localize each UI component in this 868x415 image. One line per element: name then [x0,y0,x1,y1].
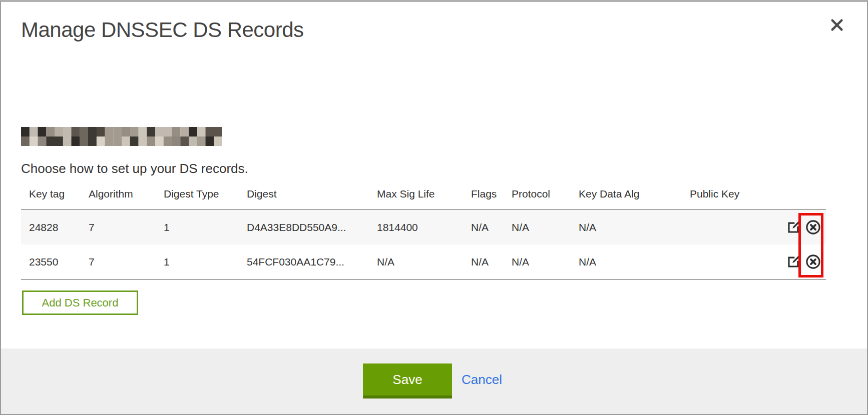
table-header-row: Key tagAlgorithmDigest TypeDigestMax Sig… [21,180,826,210]
cell-digest: 54FCF030AA1C79... [247,244,377,280]
cell-public-key [690,210,767,244]
column-header-digest: Digest [247,180,377,210]
column-header-key-tag: Key tag [21,180,89,210]
cell-public-key [690,244,767,280]
table-row: 235507154FCF030AA1C79...N/AN/AN/AN/A [21,244,826,280]
dialog-footer: Save Cancel [1,348,867,414]
cell-protocol: N/A [512,244,579,280]
domain-name-redacted [21,127,222,146]
table-row: 2482871D4A33E8DD550A9...1814400N/AN/AN/A [21,210,826,244]
edit-icon [786,220,801,235]
delete-icon [805,254,821,270]
cell-digest: D4A33E8DD550A9... [247,210,377,244]
add-ds-record-button[interactable]: Add DS Record [22,290,138,315]
cell-protocol: N/A [512,210,579,244]
cell-max-sig-life: N/A [377,244,471,280]
redaction-pixelation [21,127,222,146]
cell-key-data-alg: N/A [579,244,690,280]
column-header-public-key: Public Key [690,180,767,210]
column-header-actions [767,180,826,210]
edit-icon [786,254,801,270]
delete-icon [805,220,821,235]
instruction-text: Choose how to set up your DS records. [21,161,248,176]
row-actions [767,210,826,244]
cell-key-tag: 23550 [21,244,89,280]
cancel-link[interactable]: Cancel [462,372,502,388]
cell-digest-type: 1 [164,244,247,280]
column-header-digest-type: Digest Type [164,180,247,210]
row-actions [767,244,826,280]
dialog-title: Manage DNSSEC DS Records [21,18,304,42]
column-header-key-data-alg: Key Data Alg [579,180,690,210]
cell-flags: N/A [471,210,512,244]
cell-key-tag: 24828 [21,210,89,244]
save-button[interactable]: Save [363,364,452,398]
manage-dnssec-ds-records-dialog: Manage DNSSEC DS Records Choose how to s… [0,0,868,415]
close-button[interactable] [828,16,846,34]
column-header-algorithm: Algorithm [89,180,164,210]
ds-records-table: Key tagAlgorithmDigest TypeDigestMax Sig… [21,180,826,280]
cell-max-sig-life: 1814400 [377,210,471,244]
cell-key-data-alg: N/A [579,210,690,244]
delete-record-button[interactable] [805,254,821,270]
column-header-protocol: Protocol [512,180,579,210]
cell-algorithm: 7 [89,244,164,280]
close-icon [829,17,845,33]
delete-record-button[interactable] [805,220,821,235]
column-header-flags: Flags [471,180,512,210]
cell-flags: N/A [471,244,512,280]
cell-algorithm: 7 [89,210,164,244]
edit-record-button[interactable] [786,254,801,270]
edit-record-button[interactable] [786,220,801,235]
ds-records-tbody: 2482871D4A33E8DD550A9...1814400N/AN/AN/A… [21,210,826,280]
cell-digest-type: 1 [164,210,247,244]
column-header-max-sig-life: Max Sig Life [377,180,471,210]
